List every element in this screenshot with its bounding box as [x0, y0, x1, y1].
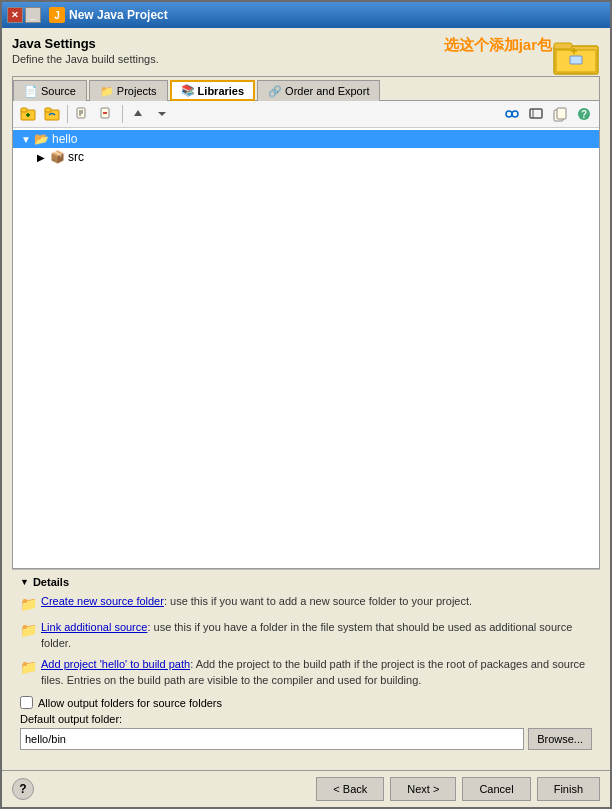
svg-rect-11	[45, 108, 51, 112]
detail-icon-2: 📁	[20, 621, 37, 641]
dropdown-btn[interactable]	[151, 103, 173, 125]
folder-open-icon: 📂	[34, 132, 49, 146]
add-link-btn[interactable]	[41, 103, 63, 125]
toolbar-right: ?	[501, 103, 595, 125]
svg-rect-3	[570, 56, 582, 64]
page-title: Java Settings	[12, 36, 434, 51]
back-button[interactable]: < Back	[316, 777, 384, 801]
next-button[interactable]: Next >	[390, 777, 456, 801]
output-folder-row: Default output folder: Browse...	[20, 713, 592, 750]
order-icon: 🔗	[268, 85, 282, 98]
close-button[interactable]: ✕	[7, 7, 23, 23]
source-icon: 📄	[24, 85, 38, 98]
package-icon: 📦	[50, 150, 65, 164]
tree-item-src[interactable]: ▶ 📦 src	[13, 148, 599, 166]
output-folder-label: Default output folder:	[20, 713, 592, 725]
tree-item-hello[interactable]: ▼ 📂 hello	[13, 130, 599, 148]
detail-text-1: : use this if you want to add a new sour…	[164, 595, 472, 607]
title-bar-controls: ✕ _	[7, 7, 41, 23]
tab-source[interactable]: 📄 Source	[13, 80, 87, 101]
minimize-button[interactable]: _	[25, 7, 41, 23]
toolbar-sep-2	[122, 105, 123, 123]
window: ✕ _ J New Java Project Java Settings Def…	[0, 0, 612, 809]
details-item-1: 📁 Create new source folder: use this if …	[20, 594, 592, 615]
detail-icon-3: 📁	[20, 658, 37, 678]
annotation-label: 选这个添加jar包	[444, 36, 552, 55]
tabs-area: 📄 Source 📁 Projects 📚 Libraries 🔗 Order …	[12, 76, 600, 569]
details-header: ▼ Details	[20, 576, 592, 588]
tab-order-export[interactable]: 🔗 Order and Export	[257, 80, 380, 101]
link-source-link[interactable]: Link additional source	[41, 621, 147, 633]
allow-output-label: Allow output folders for source folders	[38, 697, 222, 709]
svg-rect-23	[530, 109, 542, 118]
remove-btn[interactable]	[96, 103, 118, 125]
link-btn-1[interactable]	[501, 103, 523, 125]
svg-marker-18	[134, 110, 142, 116]
svg-text:?: ?	[581, 109, 587, 120]
copy-btn[interactable]	[549, 103, 571, 125]
browse-button[interactable]: Browse...	[528, 728, 592, 750]
details-arrow-icon: ▼	[20, 577, 29, 587]
details-section: ▼ Details 📁 Create new source folder: us…	[12, 569, 600, 762]
arrow-hello: ▼	[21, 134, 31, 145]
svg-rect-26	[557, 108, 566, 119]
edit-btn[interactable]	[72, 103, 94, 125]
tab-row: 📄 Source 📁 Projects 📚 Libraries 🔗 Order …	[13, 77, 599, 101]
main-content: Java Settings Define the Java build sett…	[2, 28, 610, 770]
folder-icon	[552, 36, 600, 76]
page-subtitle: Define the Java build settings.	[12, 53, 434, 65]
svg-rect-7	[21, 108, 27, 112]
details-item-2: 📁 Link additional source: use this if yo…	[20, 620, 592, 651]
output-folder-input-row: Browse...	[20, 728, 592, 750]
add-to-build-path-link[interactable]: Add project 'hello' to build path	[41, 658, 190, 670]
arrow-src: ▶	[37, 152, 47, 163]
bottom-bar: ? < Back Next > Cancel Finish	[2, 770, 610, 807]
tree-area: ▼ 📂 hello ▶ 📦 src	[13, 128, 599, 568]
checkbox-row: Allow output folders for source folders	[20, 696, 592, 709]
allow-output-checkbox[interactable]	[20, 696, 33, 709]
header-area: Java Settings Define the Java build sett…	[12, 36, 600, 76]
add-folder-btn[interactable]	[17, 103, 39, 125]
header-text: Java Settings Define the Java build sett…	[12, 36, 434, 65]
help-inline-btn[interactable]: ?	[573, 103, 595, 125]
link-btn-2[interactable]	[525, 103, 547, 125]
tab-projects[interactable]: 📁 Projects	[89, 80, 168, 101]
detail-icon-1: 📁	[20, 595, 37, 615]
move-up-btn[interactable]	[127, 103, 149, 125]
title-bar: ✕ _ J New Java Project	[2, 2, 610, 28]
libraries-icon: 📚	[181, 84, 195, 97]
output-folder-input[interactable]	[20, 728, 524, 750]
toolbar: ?	[13, 101, 599, 128]
projects-icon: 📁	[100, 85, 114, 98]
cancel-button[interactable]: Cancel	[462, 777, 530, 801]
toolbar-sep-1	[67, 105, 68, 123]
details-item-3: 📁 Add project 'hello' to build path: Add…	[20, 657, 592, 688]
tab-libraries[interactable]: 📚 Libraries	[170, 80, 255, 101]
svg-rect-1	[554, 43, 572, 49]
help-button[interactable]: ?	[12, 778, 34, 800]
window-title: New Java Project	[69, 8, 168, 22]
finish-button[interactable]: Finish	[537, 777, 600, 801]
svg-marker-19	[158, 112, 166, 116]
window-icon: J	[49, 7, 65, 23]
create-source-link[interactable]: Create new source folder	[41, 595, 164, 607]
